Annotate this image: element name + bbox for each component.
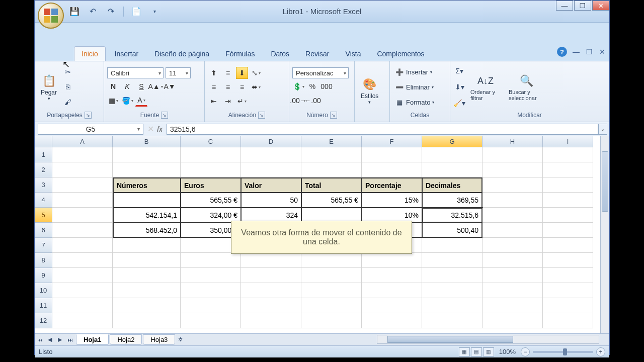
font-name-combo[interactable]: Calibri	[107, 67, 164, 78]
font-size-combo[interactable]: 11	[166, 67, 191, 78]
cell-B11[interactable]	[113, 298, 181, 313]
comma-button[interactable]: 000	[320, 80, 333, 93]
select-all-corner[interactable]	[35, 136, 52, 147]
align-top-button[interactable]: ⬆	[208, 67, 220, 79]
row-header-3[interactable]: 3	[35, 177, 52, 193]
border-button[interactable]: ▦	[107, 95, 119, 107]
cell-H9[interactable]	[482, 268, 543, 283]
cell-B12[interactable]	[113, 313, 181, 328]
worksheet-grid[interactable]: ABCDEFGHI 123456789101112 NúmerosEurosVa…	[35, 136, 609, 333]
row-header-2[interactable]: 2	[35, 162, 52, 177]
cell-B2[interactable]	[113, 162, 181, 177]
row-header-7[interactable]: 7	[35, 238, 52, 253]
cell-G6[interactable]: 500,40	[422, 223, 482, 238]
cell-D1[interactable]	[241, 147, 301, 162]
maximize-button[interactable]: ❐	[574, 1, 591, 11]
cell-C10[interactable]	[181, 283, 241, 298]
column-header-C[interactable]: C	[181, 136, 241, 147]
zoom-out-button[interactable]: −	[521, 347, 530, 356]
cell-I12[interactable]	[543, 313, 593, 328]
cell-A3[interactable]	[52, 177, 113, 193]
page-break-view-button[interactable]: ▥	[483, 347, 494, 356]
first-sheet-button[interactable]: ⏮	[35, 335, 45, 345]
page-layout-view-button[interactable]: ▤	[471, 347, 482, 356]
font-color-button[interactable]: A	[135, 95, 147, 107]
cell-F4[interactable]: 15%	[362, 193, 422, 208]
sheet-tab-hoja3[interactable]: Hoja3	[143, 334, 175, 345]
fx-icon[interactable]: fx	[157, 125, 163, 133]
vscroll-thumb[interactable]	[602, 151, 608, 212]
column-header-H[interactable]: H	[482, 136, 543, 147]
copy-icon[interactable]: ⎘	[62, 81, 74, 93]
cell-B3[interactable]: Números	[113, 177, 181, 193]
cell-D11[interactable]	[241, 298, 301, 313]
autosum-button[interactable]: Σ▾	[453, 65, 465, 77]
cell-E11[interactable]	[301, 298, 362, 313]
tab-complementos[interactable]: Complementos	[370, 47, 431, 61]
cell-B7[interactable]	[113, 238, 181, 253]
tab-diseño-de-página[interactable]: Diseño de página	[147, 47, 216, 61]
tab-inicio[interactable]: Inicio	[74, 46, 106, 61]
align-right-button[interactable]: ≡	[236, 81, 248, 93]
cell-I7[interactable]	[543, 238, 593, 253]
row-header-5[interactable]: 5	[35, 208, 52, 223]
row-header-4[interactable]: 4	[35, 193, 52, 208]
format-cells-button[interactable]: ▦Formato	[393, 97, 436, 108]
currency-button[interactable]: 💲	[292, 80, 304, 93]
cell-F8[interactable]	[362, 253, 422, 268]
percent-button[interactable]: %	[306, 80, 318, 93]
new-doc-icon[interactable]: 📄	[131, 6, 142, 17]
zoom-in-button[interactable]: +	[596, 347, 605, 356]
tab-datos[interactable]: Datos	[264, 47, 297, 61]
column-header-F[interactable]: F	[362, 136, 422, 147]
cell-G3[interactable]: Decimales	[422, 177, 482, 193]
formula-input[interactable]: 32515,6	[167, 124, 598, 135]
office-button[interactable]	[38, 3, 64, 29]
cell-I3[interactable]	[543, 177, 593, 193]
number-dialog-launcher[interactable]: ↘	[330, 112, 337, 119]
vertical-scrollbar[interactable]	[600, 136, 609, 333]
sheet-tab-hoja2[interactable]: Hoja2	[110, 334, 142, 345]
paste-button[interactable]: 📋 Pegar ▾	[38, 71, 60, 103]
format-painter-icon[interactable]: 🖌	[62, 96, 74, 108]
cell-F2[interactable]	[362, 162, 422, 177]
styles-button[interactable]: 🎨 Estilos ▾	[358, 74, 381, 107]
cell-I11[interactable]	[543, 298, 593, 313]
normal-view-button[interactable]: ▦	[459, 347, 470, 356]
cell-E3[interactable]: Total	[301, 177, 362, 193]
cell-A8[interactable]	[52, 253, 113, 268]
cell-C12[interactable]	[181, 313, 241, 328]
save-icon[interactable]: 💾	[69, 6, 80, 17]
zoom-level[interactable]: 100%	[499, 348, 516, 355]
cell-B8[interactable]	[113, 253, 181, 268]
cell-G11[interactable]	[422, 298, 482, 313]
cell-H1[interactable]	[482, 147, 543, 162]
cell-I9[interactable]	[543, 268, 593, 283]
cell-A9[interactable]	[52, 268, 113, 283]
row-header-1[interactable]: 1	[35, 147, 52, 162]
horizontal-scrollbar[interactable]	[377, 335, 599, 344]
cell-B5[interactable]: 542.154,1	[113, 208, 181, 223]
cell-I2[interactable]	[543, 162, 593, 177]
column-header-E[interactable]: E	[301, 136, 362, 147]
cell-D3[interactable]: Valor	[241, 177, 301, 193]
cell-B1[interactable]	[113, 147, 181, 162]
increase-decimal-button[interactable]: .00→	[292, 95, 304, 107]
cell-I5[interactable]	[543, 208, 593, 223]
find-select-button[interactable]: 🔍 Buscar y seleccionar	[506, 71, 547, 103]
cancel-formula-icon[interactable]: ✕	[147, 124, 154, 134]
cell-G10[interactable]	[422, 283, 482, 298]
delete-cells-button[interactable]: ➖Eliminar	[393, 81, 436, 93]
clipboard-dialog-launcher[interactable]: ↘	[85, 112, 92, 119]
sort-filter-button[interactable]: A↓Z Ordenar y filtrar	[467, 71, 504, 103]
decrease-indent-button[interactable]: ⇤	[208, 95, 220, 107]
cell-E12[interactable]	[301, 313, 362, 328]
increase-indent-button[interactable]: ⇥	[222, 95, 234, 107]
cell-H12[interactable]	[482, 313, 543, 328]
cell-F11[interactable]	[362, 298, 422, 313]
fill-color-button[interactable]: 🪣	[121, 95, 133, 107]
bold-button[interactable]: N	[107, 80, 119, 93]
hscroll-thumb[interactable]	[387, 336, 513, 343]
cell-G1[interactable]	[422, 147, 482, 162]
cell-F1[interactable]	[362, 147, 422, 162]
